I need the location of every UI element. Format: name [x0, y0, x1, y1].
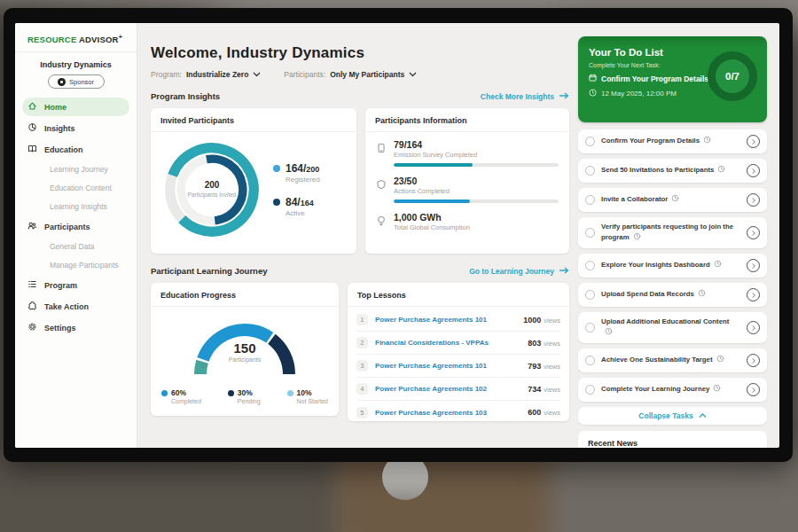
invited-donut-legend: 164/200Registered84/164Active — [273, 162, 320, 217]
sidebar-item-education-content[interactable]: Education Content — [22, 180, 129, 196]
sidebar-item-learning-journey[interactable]: Learning Journey — [22, 161, 129, 177]
task-checkbox[interactable] — [585, 137, 595, 146]
collapse-tasks-link[interactable]: Collapse Tasks — [578, 407, 767, 425]
lesson-link[interactable]: Power Purchase Agreements 101 — [375, 316, 523, 324]
task-item-2[interactable]: Send 50 Invitations to Participants — [578, 159, 767, 183]
sidebar-item-general-data[interactable]: General Data — [22, 239, 129, 254]
lesson-link[interactable]: Power Purchase Agreements 103 — [375, 409, 528, 417]
chevron-right-icon[interactable] — [747, 226, 760, 239]
task-checkbox[interactable] — [585, 166, 595, 176]
sidebar: RESOURCE ADVISOR+ Industry Dynamics Spon… — [15, 23, 137, 448]
sidebar-item-label: Take Action — [44, 302, 89, 311]
lesson-link[interactable]: Power Purchase Agreements 102 — [375, 385, 528, 393]
chevron-right-icon[interactable] — [747, 288, 760, 301]
chevron-right-icon[interactable] — [747, 354, 760, 367]
sidebar-item-label: Program — [44, 281, 77, 290]
monitor-bezel: RESOURCE ADVISOR+ Industry Dynamics Spon… — [4, 8, 793, 462]
task-checkbox[interactable] — [585, 261, 595, 270]
calendar-icon — [589, 74, 597, 83]
sidebar-item-learning-insights[interactable]: Learning Insights — [22, 199, 129, 215]
sidebar-item-label: Participants — [44, 223, 90, 231]
program-filter[interactable]: Program: Industrialize Zero — [151, 70, 261, 79]
take-action-icon — [27, 301, 37, 312]
invited-participants-title: Invited Participants — [151, 108, 356, 132]
task-checkbox[interactable] — [585, 195, 595, 205]
education-progress-gauge: 150 Participants — [178, 310, 311, 385]
sponsor-icon — [58, 78, 66, 86]
participants-information-rows: 79/164Emission Survey Completed23/50Acti… — [365, 132, 569, 231]
sponsor-badge: Sponsor — [48, 74, 105, 89]
chevron-right-icon[interactable] — [747, 193, 760, 207]
chevron-right-icon[interactable] — [747, 383, 760, 396]
todo-panel: Your To Do List Complete Your Next Task:… — [578, 23, 767, 448]
task-item-5[interactable]: Explore Your Insights Dashboard — [578, 254, 767, 278]
lesson-row-2: 2Financial Considerations - VPPAs803view… — [356, 332, 560, 355]
program-insights-title: Program Insights — [151, 91, 220, 101]
task-label: Explore Your Insights Dashboard — [601, 260, 740, 271]
info-value: 1,000 GWh — [394, 212, 559, 223]
participants-filter-label: Participants: — [284, 70, 325, 79]
task-checkbox[interactable] — [585, 323, 595, 332]
legend-label: Active — [286, 209, 314, 217]
task-item-8[interactable]: Achieve One Sustainability Target — [578, 348, 767, 372]
legend-dot — [273, 165, 280, 172]
education-progress-title: Education Progress — [151, 283, 339, 307]
sidebar-item-program[interactable]: Program — [22, 276, 129, 294]
todo-progress-value: 0/7 — [725, 71, 739, 82]
task-item-9[interactable]: Complete Your Learning Journey — [578, 378, 767, 402]
chevron-right-icon[interactable] — [747, 259, 760, 272]
sidebar-item-participants[interactable]: Participants — [22, 217, 129, 236]
check-more-insights-link[interactable]: Check More Insights — [481, 92, 569, 101]
lesson-views: 1000views — [523, 316, 560, 325]
sidebar-item-education[interactable]: Education — [22, 140, 129, 159]
task-checkbox[interactable] — [585, 385, 595, 395]
info-value: 23/50 — [394, 176, 559, 186]
task-item-6[interactable]: Upload Spend Data Records — [578, 283, 767, 307]
lesson-row-4: 4Power Purchase Agreements 102734views — [356, 378, 560, 401]
task-label: Verify participants requesting to join t… — [601, 223, 740, 243]
sidebar-item-label: Learning Journey — [50, 165, 108, 174]
sidebar-item-label: General Data — [50, 242, 95, 251]
learning-journey-title: Participant Learning Journey — [151, 266, 267, 276]
sidebar-item-take-action[interactable]: Take Action — [22, 297, 129, 316]
task-item-3[interactable]: Invite a Collaborator — [578, 188, 767, 212]
clock-icon — [633, 234, 641, 242]
lesson-views: 734views — [528, 385, 560, 394]
legend-dot — [228, 390, 234, 396]
lesson-link[interactable]: Power Purchase Agreements 101 — [375, 362, 528, 370]
progress-bar — [394, 200, 559, 203]
participants-information-card: Participants Information 79/164Emission … — [365, 108, 569, 254]
task-item-1[interactable]: Confirm Your Program Details — [578, 129, 767, 153]
dashboard-screen: RESOURCE ADVISOR+ Industry Dynamics Spon… — [15, 23, 779, 448]
go-to-learning-journey-link[interactable]: Go to Learning Journey — [469, 267, 569, 276]
todo-header-card: Your To Do List Complete Your Next Task:… — [578, 36, 767, 122]
sidebar-item-label: Manage Participants — [50, 261, 119, 270]
task-checkbox[interactable] — [585, 290, 595, 300]
sidebar-item-settings[interactable]: Settings — [22, 318, 129, 337]
legend-dot — [287, 390, 293, 396]
sidebar-item-insights[interactable]: Insights — [22, 119, 129, 137]
task-checkbox[interactable] — [585, 228, 595, 238]
info-label: Actions Completed — [394, 187, 559, 195]
legend-value: 164/200 — [286, 162, 320, 175]
task-item-4[interactable]: Verify participants requesting to join t… — [578, 217, 767, 248]
sidebar-item-home[interactable]: Home — [22, 98, 129, 116]
clock-icon — [589, 89, 597, 98]
legend-value: 84/164 — [286, 196, 314, 208]
lesson-rank: 5 — [356, 407, 368, 419]
task-item-7[interactable]: Upload Additional Educational Content — [578, 312, 767, 343]
program-filter-label: Program: — [151, 70, 182, 79]
task-checkbox[interactable] — [585, 356, 595, 365]
chevron-right-icon[interactable] — [747, 164, 760, 177]
lesson-link[interactable]: Financial Considerations - VPPAs — [375, 339, 528, 347]
chevron-right-icon[interactable] — [747, 135, 760, 148]
todo-task-list: Confirm Your Program DetailsSend 50 Invi… — [578, 129, 767, 402]
chevron-right-icon[interactable] — [747, 321, 760, 334]
task-label: Complete Your Learning Journey — [601, 384, 740, 395]
participants-filter[interactable]: Participants: Only My Participants — [284, 70, 417, 79]
sponsor-label: Sponsor — [69, 78, 94, 86]
sidebar-item-manage-participants[interactable]: Manage Participants — [22, 257, 129, 273]
info-label: Total Global Consumption — [394, 223, 559, 231]
legend-dot — [273, 199, 280, 206]
recent-news-title: Recent News — [578, 431, 767, 448]
